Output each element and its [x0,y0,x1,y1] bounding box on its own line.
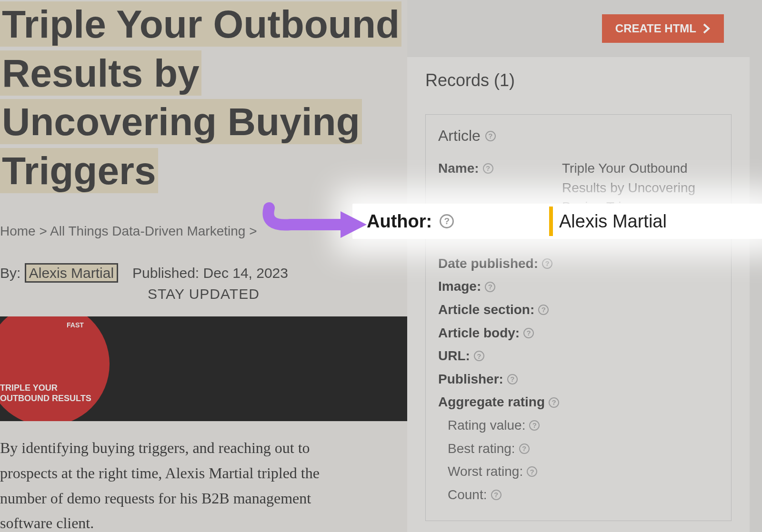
author-highlight-strip: Author: ? Alexis Martial [352,204,762,239]
byline-by: By: Alexis Martial [0,265,118,281]
aggregate-rating-label: Aggregate rating [438,393,545,412]
help-icon[interactable]: ? [538,305,549,315]
article-body-label: Article body: [438,324,520,343]
svg-marker-0 [341,211,367,238]
image-label: Image: [438,277,481,296]
field-rating-value: Rating value: ? [448,416,719,435]
hero-text-bottom: TRIPLE YOUR OUTBOUND RESULTS [0,383,91,404]
article-preview-pane: Triple Your Outbound Results by Uncoveri… [0,0,407,532]
field-count: Count: ? [448,485,719,505]
stay-updated-link[interactable]: STAY UPDATED [148,286,407,302]
field-article-section: Article section: ? [438,300,719,320]
record-type-label: Article [438,127,481,145]
field-url: URL: ? [438,346,719,366]
record-type: Article ? [438,127,719,145]
create-html-button[interactable]: CREATE HTML [602,14,724,43]
field-aggregate-rating: Aggregate rating ? [438,393,719,412]
field-publisher: Publisher: ? [438,370,719,389]
help-icon[interactable]: ? [523,328,534,338]
name-label: Name: [438,159,479,178]
url-label: URL: [438,346,470,366]
record-box: Article ? Name: ? Triple Your Outbound R… [425,114,732,521]
published-prefix: Published: [132,265,199,281]
published-date: Dec 14, 2023 [203,265,288,281]
structured-data-panel: CREATE HTML Records (1) Article ? Name: … [407,0,762,532]
help-icon[interactable]: ? [483,163,493,174]
author-field-label: Author: ? [367,211,454,232]
help-icon[interactable]: ? [527,466,537,477]
create-html-label: CREATE HTML [615,22,696,35]
article-title-text: Triple Your Outbound Results by Uncoveri… [0,1,401,193]
publisher-label: Publisher: [438,370,503,389]
published: Published: Dec 14, 2023 [132,265,288,281]
rating-value-label: Rating value: [448,416,525,435]
field-best-rating: Best rating: ? [448,439,719,459]
help-icon[interactable]: ? [519,443,530,454]
hero-line2: OUTBOUND RESULTS [0,394,91,403]
article-title: Triple Your Outbound Results by Uncoveri… [0,0,407,195]
hero-line1: TRIPLE YOUR [0,383,58,393]
breadcrumb-home[interactable]: Home [0,224,36,238]
author-value[interactable]: Alexis Martial [559,211,667,232]
article-section-label: Article section: [438,300,534,320]
records-heading: Records (1) [425,70,732,90]
worst-rating-label: Worst rating: [448,462,523,482]
help-icon[interactable]: ? [549,397,559,408]
hero-text-top: FAST [67,321,84,329]
count-label: Count: [448,485,487,505]
breadcrumb-category[interactable]: All Things Data-Driven Marketing [50,224,245,238]
help-icon[interactable]: ? [474,351,484,361]
chevron-right-icon [703,23,711,34]
author-name-highlight[interactable]: Alexis Martial [25,263,118,283]
best-rating-label: Best rating: [448,439,515,459]
help-icon[interactable]: ? [507,374,518,384]
breadcrumb-sep: > [39,224,50,238]
help-icon[interactable]: ? [542,258,552,269]
arrow-annotation [262,196,367,244]
help-icon[interactable]: ? [491,490,501,500]
author-label-text: Author: [367,211,432,232]
records-area: Records (1) Article ? Name: ? Triple You… [407,57,750,532]
help-icon[interactable]: ? [485,131,496,141]
help-icon[interactable]: ? [485,282,495,292]
help-icon[interactable]: ? [529,420,540,431]
byline-row: By: Alexis Martial Published: Dec 14, 20… [0,265,407,281]
hero-image: FAST TRIPLE YOUR OUTBOUND RESULTS [0,316,407,421]
hero-circle [0,316,110,421]
field-image: Image: ? [438,277,719,296]
byline-prefix: By: [0,265,20,281]
field-article-body: Article body: ? [438,324,719,343]
help-icon[interactable]: ? [440,214,454,228]
article-body: By identifying buying triggers, and reac… [0,435,407,532]
field-worst-rating: Worst rating: ? [448,462,719,482]
author-value-cursor [549,207,553,236]
field-date-published: Date published: ? [438,254,719,274]
breadcrumb-sep: > [249,224,257,238]
date-published-label: Date published: [438,254,538,274]
